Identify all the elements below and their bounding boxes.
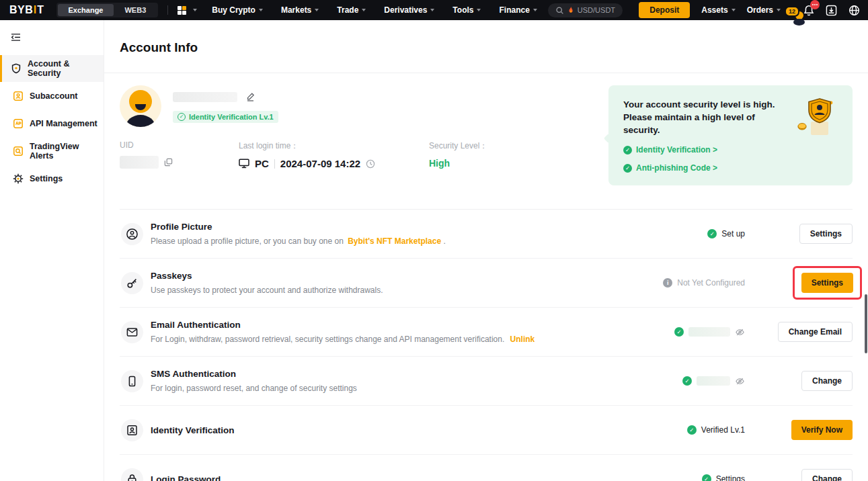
nft-marketplace-link[interactable]: Bybit's NFT Marketplace: [348, 236, 441, 246]
sidebar: Account & Security Subaccount API Manage…: [0, 20, 104, 481]
tab-web3[interactable]: WEB3: [114, 4, 157, 16]
uid-block: UID: [120, 140, 239, 169]
sidebar-item-subaccount[interactable]: Subaccount: [0, 83, 104, 110]
search-icon: [555, 6, 564, 15]
tab-exchange[interactable]: Exchange: [58, 4, 114, 16]
email-redacted: [688, 327, 730, 337]
smartphone-icon: [121, 370, 143, 392]
menu-buy-crypto[interactable]: Buy Crypto: [212, 5, 263, 15]
deposit-button[interactable]: Deposit: [639, 2, 690, 18]
sidebar-item-label: Subaccount: [30, 91, 78, 101]
sidebar-item-api-management[interactable]: API Management: [0, 110, 104, 137]
logo-i: I: [34, 4, 37, 16]
bybit-account-page: BYBIT Exchange WEB3 Buy Crypto Markets T…: [0, 0, 868, 481]
eye-slash-icon[interactable]: [735, 376, 745, 386]
download-icon[interactable]: [826, 5, 837, 16]
sidebar-item-account-security[interactable]: Account & Security: [0, 55, 104, 82]
menu-tools[interactable]: Tools: [452, 5, 481, 15]
row-email-authentication: Email Authentication For Login, withdraw…: [120, 308, 853, 357]
change-password-button[interactable]: Change: [801, 469, 853, 481]
eye-slash-icon[interactable]: [735, 327, 745, 337]
alert-dot-badge: [810, 0, 820, 9]
security-settings-list: Profile Picture Please upload a profile …: [120, 210, 853, 481]
check-icon: ✓: [623, 146, 632, 155]
uid-value-redacted: [120, 156, 159, 169]
menu-finance[interactable]: Finance: [499, 5, 537, 15]
search-input[interactable]: USD/USDT: [548, 3, 623, 17]
chevron-down-icon: [193, 9, 197, 11]
sidebar-item-tradingview-alerts[interactable]: TradingView Alerts: [0, 138, 104, 165]
row-description: Please upload a profile picture, or you …: [151, 236, 446, 246]
notifications-button[interactable]: [803, 5, 814, 16]
check-icon: ✓: [623, 164, 632, 173]
sidebar-item-settings[interactable]: Settings: [0, 165, 104, 192]
chevron-down-icon: [477, 9, 481, 11]
sidebar-item-label: Settings: [30, 174, 63, 183]
chevron-down-icon: [732, 9, 736, 11]
phone-redacted: [697, 376, 730, 386]
status-phone-verified: ✓: [682, 376, 745, 386]
globe-icon[interactable]: [849, 5, 860, 16]
id-card-icon: [121, 419, 143, 441]
sidebar-item-label: API Management: [30, 119, 97, 128]
status-not-configured: iNot Yet Configured: [663, 278, 745, 288]
profile-picture-settings-button[interactable]: Settings: [799, 224, 853, 244]
security-level-block: Security Level： High: [429, 140, 487, 169]
row-passkeys: Passkeys Use passkeys to protect your ac…: [120, 259, 853, 308]
main-menu: Buy Crypto Markets Trade Derivatives Too…: [212, 5, 537, 15]
menu-markets[interactable]: Markets: [281, 5, 319, 15]
anti-phishing-code-link[interactable]: ✓ Anti-phishing Code >: [623, 163, 838, 173]
profile-section: ✓ Identity Verification Lv.1 UID: [120, 73, 853, 210]
unlink-link[interactable]: Unlink: [510, 335, 535, 344]
status-password-set: ✓Settings: [702, 474, 745, 481]
copy-icon[interactable]: [164, 158, 173, 167]
chevron-down-icon: [259, 9, 263, 11]
tradingview-alerts-icon: [13, 146, 24, 157]
panel-title: Your account security level is high. Ple…: [623, 98, 791, 136]
search-value: USD/USDT: [578, 6, 615, 14]
top-navbar: BYBIT Exchange WEB3 Buy Crypto Markets T…: [0, 0, 868, 20]
collapse-menu-icon: [11, 33, 21, 42]
menu-assets[interactable]: Assets: [701, 5, 735, 15]
clock-icon: [366, 159, 375, 169]
row-description: Use passkeys to protect your account and…: [151, 286, 383, 295]
row-title: Login Password: [151, 474, 221, 481]
shield-illustration: [796, 97, 835, 139]
page-title: Account Info: [120, 40, 853, 55]
sidebar-collapse-button[interactable]: [11, 32, 21, 44]
row-title: Identity Verification: [151, 425, 235, 435]
menu-orders[interactable]: Orders: [747, 5, 781, 15]
row-title: Passkeys: [151, 271, 383, 281]
menu-trade[interactable]: Trade: [337, 5, 366, 15]
security-level-label: Security Level：: [429, 140, 487, 152]
email-icon: [121, 321, 143, 343]
chevron-down-icon: [315, 9, 319, 11]
grid-icon: [177, 6, 186, 15]
menu-derivatives[interactable]: Derivatives: [384, 5, 434, 15]
annotation-highlight-box: Settings: [793, 266, 862, 300]
uid-label: UID: [120, 140, 239, 150]
chevron-down-icon: [533, 9, 537, 11]
last-login-block: Last login time： PC 2024-07-09 14:22: [239, 140, 429, 169]
divider: [167, 5, 168, 15]
passkeys-settings-button[interactable]: Settings: [801, 273, 853, 293]
edit-pencil-icon[interactable]: [245, 92, 255, 102]
scrollbar-thumb[interactable]: [865, 294, 867, 353]
page-header: Account Info: [104, 20, 868, 73]
apps-grid-button[interactable]: [177, 6, 197, 15]
check-icon: ✓: [687, 425, 697, 435]
verify-now-button[interactable]: Verify Now: [791, 420, 853, 440]
row-sms-authentication: SMS Authentication For login, password r…: [120, 357, 853, 406]
change-email-button[interactable]: Change Email: [778, 322, 853, 342]
login-time: 2024-07-09 14:22: [280, 158, 360, 169]
api-icon: [13, 118, 24, 129]
check-icon: ✓: [707, 229, 717, 238]
bybit-logo: BYBIT: [9, 4, 44, 16]
identity-verification-link[interactable]: ✓ Identity Verification >: [623, 145, 838, 155]
row-description: For login, password reset, and change of…: [151, 384, 357, 393]
row-title: Email Authentication: [151, 320, 535, 330]
change-phone-button[interactable]: Change: [801, 371, 853, 391]
account-meta: UID Last login time： PC: [120, 140, 487, 169]
status-verified: ✓Verified Lv.1: [687, 425, 745, 435]
check-icon: ✓: [702, 474, 711, 481]
